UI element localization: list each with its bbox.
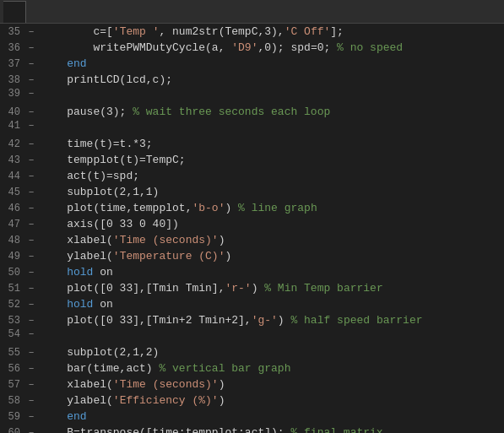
line-code: tempplot(t)=TempC; [37,152,186,168]
line-dash: – [25,58,37,70]
line-code: end [37,409,87,425]
line-row: 48– xlabel('Time (seconds)') [0,232,504,248]
line-row: 56– bar(time,act) % vertical bar graph [0,360,504,376]
line-row: 39– [0,88,504,104]
line-code: ylabel('Temperature (C)') [37,248,231,264]
line-dash: – [25,251,37,263]
line-dash: – [25,138,37,150]
line-dash: – [25,411,37,423]
line-code: subplot(2,1,2) [37,344,159,360]
line-number: 51 [0,283,25,295]
line-row: 49– ylabel('Temperature (C)') [0,248,504,264]
line-code: ylabel('Efficiency (%)') [37,392,225,409]
line-row: 42– time(t)=t.*3; [0,136,504,152]
line-number: 40 [0,106,25,118]
line-dash: – [25,88,37,100]
line-row: 51– plot([0 33],[Tmin Tmin],'r-') % Min … [0,280,504,296]
line-number: 41 [0,120,25,132]
line-code: c=['Temp ', num2str(TempC,3),'C Off']; [37,24,344,40]
line-dash: – [25,235,37,246]
line-code: plot(time,tempplot,'b-o') % line graph [37,200,317,216]
line-number: 55 [0,347,25,359]
line-dash: – [25,347,37,359]
line-row: 38– printLCD(lcd,c); [0,72,504,88]
line-number: 54 [0,328,25,340]
line-row: 53– plot([0 33],[Tmin+2 Tmin+2],'g-') % … [0,312,504,328]
line-number: 39 [0,88,25,100]
line-number: 52 [0,299,25,311]
line-row: 55– subplot(2,1,2) [0,344,504,360]
line-number: 45 [0,187,25,198]
line-row: 36– writePWMDutyCycle(a, 'D9',0); spd=0;… [0,40,504,56]
line-dash: – [25,170,37,182]
line-row: 43– tempplot(t)=TempC; [0,152,504,168]
line-dash: – [25,379,37,391]
line-dash: – [25,395,37,407]
line-number: 46 [0,203,25,214]
line-code: xlabel('Time (seconds)') [37,232,225,248]
line-code: axis([0 33 0 40]) [37,216,179,232]
line-dash: – [25,315,37,327]
line-row: 46– plot(time,tempplot,'b-o') % line gra… [0,200,504,216]
line-number: 60 [0,427,25,433]
title-bar [0,0,504,24]
line-dash: – [25,106,37,118]
line-row: 57– xlabel('Time (seconds)') [0,376,504,392]
line-dash: – [25,154,37,166]
line-number: 49 [0,251,25,263]
line-row: 60– B=transpose([time;tempplot;act]); % … [0,425,504,433]
line-code: plot([0 33],[Tmin+2 Tmin+2],'g-') % half… [37,312,423,328]
line-number: 36 [0,42,25,54]
line-dash: – [25,363,37,375]
line-row: 41– [0,120,504,136]
line-code: xlabel('Time (seconds)') [37,376,225,392]
line-number: 56 [0,363,25,375]
line-row: 58– ylabel('Efficiency (%)') [0,392,504,409]
line-dash: – [25,74,37,86]
line-code: hold on [37,264,113,280]
line-number: 57 [0,379,25,391]
line-dash: – [25,427,37,433]
line-dash: – [25,187,37,198]
line-dash: – [25,42,37,54]
line-code: writePWMDutyCycle(a, 'D9',0); spd=0; % n… [37,40,403,56]
line-code: subplot(2,1,1) [37,184,159,200]
line-row: 52– hold on [0,296,504,312]
line-row: 50– hold on [0,264,504,280]
line-dash: – [25,283,37,295]
line-code: hold on [37,296,113,312]
line-number: 37 [0,58,25,70]
line-code: plot([0 33],[Tmin Tmin],'r-') % Min Temp… [37,280,383,296]
line-code: act(t)=spd; [37,168,139,184]
line-dash: – [25,26,37,38]
line-dash: – [25,267,37,279]
line-row: 37– end [0,56,504,72]
editor: 35– c=['Temp ', num2str(TempC,3),'C Off'… [0,24,504,433]
tab-add-button[interactable] [26,3,45,21]
line-dash: – [25,299,37,311]
line-row: 59– end [0,409,504,425]
file-tab[interactable] [3,1,26,23]
line-code: time(t)=t.*3; [37,136,153,152]
line-number: 38 [0,74,25,86]
line-dash: – [25,203,37,214]
line-number: 35 [0,26,25,38]
line-row: 54– [0,328,504,344]
line-row: 44– act(t)=spd; [0,168,504,184]
line-number: 44 [0,170,25,182]
line-row: 35– c=['Temp ', num2str(TempC,3),'C Off'… [0,24,504,40]
line-code: B=transpose([time;tempplot;act]); % fina… [37,425,383,433]
line-dash: – [25,120,37,132]
line-dash: – [25,328,37,340]
line-row: 47– axis([0 33 0 40]) [0,216,504,232]
line-code: pause(3); % wait three seconds each loop [37,104,330,120]
line-code: end [37,56,87,72]
line-row: 45– subplot(2,1,1) [0,184,504,200]
line-number: 58 [0,395,25,407]
line-number: 59 [0,411,25,423]
line-number: 53 [0,315,25,327]
line-dash: – [25,219,37,230]
line-code: bar(time,act) % vertical bar graph [37,360,290,376]
line-code: printLCD(lcd,c); [37,72,172,88]
line-number: 42 [0,138,25,150]
